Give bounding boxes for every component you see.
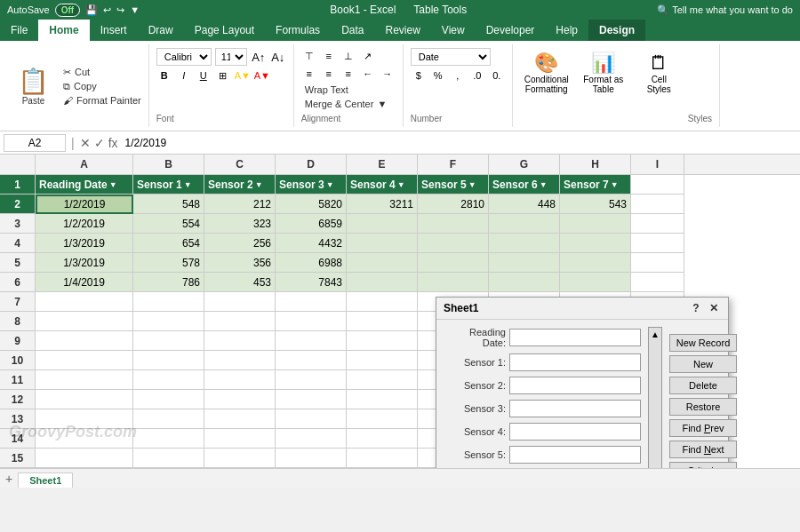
cell-d4[interactable]: 4432 [276, 234, 347, 253]
col-header-h[interactable]: H [560, 155, 631, 174]
increase-indent-button[interactable]: → [380, 66, 396, 82]
cell-h4[interactable] [560, 234, 631, 253]
add-sheet-button[interactable]: + [0, 470, 18, 488]
cut-button[interactable]: ✂ Cut [60, 66, 145, 79]
cell-i5[interactable] [631, 253, 684, 273]
formula-input[interactable] [122, 135, 796, 151]
cell-h2[interactable]: 543 [560, 195, 631, 214]
comma-button[interactable]: , [450, 67, 466, 83]
save-icon[interactable]: 💾 [85, 4, 98, 16]
tab-insert[interactable]: Insert [90, 20, 138, 41]
delete-button[interactable]: Delete [669, 377, 737, 394]
cell-h6[interactable] [560, 273, 631, 292]
find-next-button[interactable]: Find Next [669, 441, 737, 458]
cell-e6[interactable] [347, 273, 418, 292]
cell-d2[interactable]: 5820 [276, 195, 347, 214]
cell-g1[interactable]: Sensor 6▼ [489, 175, 560, 195]
bold-button[interactable]: B [156, 67, 172, 83]
tab-review[interactable]: Review [374, 20, 430, 41]
tab-data[interactable]: Data [331, 20, 374, 41]
cell-g3[interactable] [489, 214, 560, 234]
align-bottom-button[interactable]: ⊥ [340, 48, 356, 64]
fill-color-button[interactable]: A▼ [235, 67, 251, 83]
cell-d3[interactable]: 6859 [276, 214, 347, 234]
align-left-button[interactable]: ≡ [301, 66, 317, 82]
cell-a1[interactable]: Reading Date▼ [36, 175, 133, 195]
col-header-e[interactable]: E [347, 155, 418, 174]
cell-reference[interactable] [4, 134, 66, 152]
cell-d1[interactable]: Sensor 3▼ [276, 175, 347, 195]
cell-e3[interactable] [347, 214, 418, 234]
col-header-a[interactable]: A [36, 155, 133, 174]
tab-help[interactable]: Help [545, 20, 588, 41]
filter-arrow-a1[interactable]: ▼ [109, 180, 117, 189]
copy-button[interactable]: ⧉ Copy [60, 80, 145, 93]
dialog-title-bar[interactable]: Sheet1 ? ✕ [436, 298, 728, 320]
cell-a7[interactable] [36, 292, 133, 312]
cell-h3[interactable] [560, 214, 631, 234]
col-header-c[interactable]: C [204, 155, 276, 174]
cell-e5[interactable] [347, 253, 418, 273]
cell-i1[interactable] [631, 175, 684, 195]
tell-me[interactable]: 🔍 Tell me what you want to do [657, 4, 793, 15]
col-header-d[interactable]: D [276, 155, 347, 174]
cell-i6[interactable] [631, 273, 684, 292]
cell-b5[interactable]: 578 [133, 253, 204, 273]
cell-h1[interactable]: Sensor 7▼ [560, 175, 631, 195]
cell-e7[interactable] [347, 292, 418, 312]
decrease-font-button[interactable]: A↓ [270, 49, 286, 65]
cell-b1[interactable]: Sensor 1▼ [133, 175, 204, 195]
cell-a2[interactable]: 1/2/2019 [36, 195, 133, 214]
decrease-decimal-button[interactable]: 0. [489, 67, 505, 83]
tab-developer[interactable]: Developer [476, 20, 546, 41]
font-color-button[interactable]: A▼ [254, 67, 270, 83]
cell-f5[interactable] [418, 253, 489, 273]
undo-icon[interactable]: ↩ [103, 4, 111, 16]
cell-a5[interactable]: 1/3/2019 [36, 253, 133, 273]
percent-button[interactable]: % [430, 67, 446, 83]
cell-c6[interactable]: 453 [204, 273, 276, 292]
cell-a3[interactable]: 1/2/2019 [36, 214, 133, 234]
cell-f2[interactable]: 2810 [418, 195, 489, 214]
cell-f6[interactable] [418, 273, 489, 292]
cell-d6[interactable]: 7843 [276, 273, 347, 292]
dialog-close-button[interactable]: ✕ [707, 301, 721, 315]
align-center-button[interactable]: ≡ [321, 66, 337, 82]
scroll-up-button[interactable]: ▲ [649, 328, 661, 340]
tab-draw[interactable]: Draw [138, 20, 184, 41]
sheet-tab-sheet1[interactable]: Sheet1 [18, 472, 73, 488]
cell-c2[interactable]: 212 [204, 195, 276, 214]
increase-font-button[interactable]: A↑ [251, 49, 267, 65]
col-header-f[interactable]: F [418, 155, 489, 174]
merge-center-button[interactable]: Merge & Center▼ [301, 98, 391, 110]
filter-arrow-e1[interactable]: ▼ [397, 180, 405, 189]
cell-a6[interactable]: 1/4/2019 [36, 273, 133, 292]
filter-arrow-c1[interactable]: ▼ [255, 180, 263, 189]
cell-g6[interactable] [489, 273, 560, 292]
criteria-button[interactable]: Criteria [669, 462, 737, 468]
customize-icon[interactable]: ▼ [130, 4, 140, 15]
cell-c1[interactable]: Sensor 2▼ [204, 175, 276, 195]
cell-i2[interactable] [631, 195, 684, 214]
cell-f1[interactable]: Sensor 5▼ [418, 175, 489, 195]
cell-b3[interactable]: 554 [133, 214, 204, 234]
cell-i4[interactable] [631, 234, 684, 253]
cell-f4[interactable] [418, 234, 489, 253]
cell-f3[interactable] [418, 214, 489, 234]
tab-home[interactable]: Home [38, 20, 89, 41]
dialog-input-reading-date[interactable] [509, 329, 641, 346]
cancel-formula-icon[interactable]: ✕ [80, 136, 91, 150]
cell-a4[interactable]: 1/3/2019 [36, 234, 133, 253]
cell-i3[interactable] [631, 214, 684, 234]
tab-design[interactable]: Design [588, 20, 645, 41]
cell-b6[interactable]: 786 [133, 273, 204, 292]
filter-arrow-b1[interactable]: ▼ [184, 180, 192, 189]
new-button[interactable]: New [669, 355, 737, 373]
cell-b7[interactable] [133, 292, 204, 312]
cell-g4[interactable] [489, 234, 560, 253]
border-button[interactable]: ⊞ [215, 67, 231, 83]
dialog-input-sensor1[interactable] [509, 353, 641, 371]
find-prev-button[interactable]: Find Prev [669, 419, 737, 437]
col-header-i[interactable]: I [631, 155, 684, 174]
align-right-button[interactable]: ≡ [340, 66, 356, 82]
